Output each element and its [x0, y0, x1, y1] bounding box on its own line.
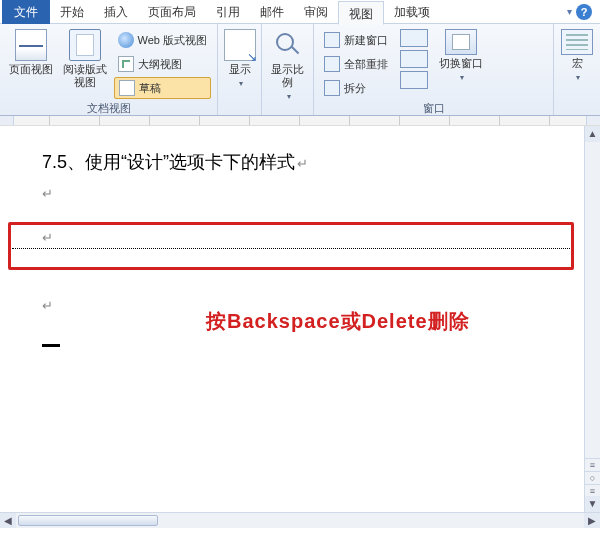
- tab-view[interactable]: 视图: [338, 1, 384, 25]
- annotation-highlight-box: [8, 222, 574, 270]
- scroll-right-icon[interactable]: ▶: [584, 513, 600, 528]
- browse-object-controls: ≡ ○ ≡: [585, 458, 600, 496]
- read-view-button[interactable]: 阅读版式视图: [60, 27, 110, 89]
- scroll-left-icon[interactable]: ◀: [0, 513, 16, 528]
- arrange-all-icon: [324, 56, 340, 72]
- draft-view-label: 草稿: [139, 81, 161, 96]
- tab-home[interactable]: 开始: [50, 0, 94, 24]
- switch-window-button[interactable]: 切换窗口▾: [436, 27, 486, 84]
- tab-file[interactable]: 文件: [2, 0, 50, 24]
- document-area: 7.5、使用“设计”选项卡下的样式↵ ↵ ↵ ↵ 按Backspace或Dele…: [0, 126, 600, 512]
- document-canvas[interactable]: 7.5、使用“设计”选项卡下的样式↵ ↵ ↵ ↵ 按Backspace或Dele…: [0, 126, 584, 512]
- web-view-button[interactable]: Web 版式视图: [114, 29, 211, 51]
- arrange-all-label: 全部重排: [344, 57, 388, 72]
- split-icon: [324, 80, 340, 96]
- prev-page-icon[interactable]: ≡: [585, 458, 600, 471]
- tab-mailings[interactable]: 邮件: [250, 0, 294, 24]
- menu-tabs: 文件 开始 插入 页面布局 引用 邮件 审阅 视图 加载项 ▾ ?: [0, 0, 600, 24]
- switch-window-label: 切换窗口: [439, 57, 483, 69]
- group-window-label: 窗口: [320, 99, 547, 117]
- show-icon: [224, 29, 256, 61]
- group-document-views: 页面视图 阅读版式视图 Web 版式视图 大纲视图 草稿: [0, 24, 218, 115]
- tab-review[interactable]: 审阅: [294, 0, 338, 24]
- paragraph-mark-icon: ↵: [42, 186, 53, 202]
- help-area: ▾ ?: [567, 4, 600, 20]
- group-zoom: 显示比例▾: [262, 24, 314, 115]
- arrange-all-button[interactable]: 全部重排: [320, 53, 392, 75]
- window-mini-icon-3[interactable]: [400, 71, 428, 89]
- window-mini-icon-2[interactable]: [400, 50, 428, 68]
- page-view-button[interactable]: 页面视图: [6, 27, 56, 76]
- chevron-down-icon: ▾: [239, 79, 243, 88]
- select-browse-object-icon[interactable]: ○: [585, 471, 600, 484]
- document-heading[interactable]: 7.5、使用“设计”选项卡下的样式↵: [0, 126, 584, 174]
- vscroll-track[interactable]: [585, 142, 600, 458]
- hscroll-thumb[interactable]: [18, 515, 158, 526]
- macro-label: 宏: [572, 57, 583, 69]
- split-button[interactable]: 拆分: [320, 77, 392, 99]
- chevron-down-icon: ▾: [576, 73, 580, 82]
- group-window: 新建窗口 全部重排 拆分 切换窗口▾ 窗口: [314, 24, 554, 115]
- help-icon[interactable]: ?: [576, 4, 592, 20]
- outline-view-icon: [118, 56, 134, 72]
- horizontal-scrollbar[interactable]: ◀ ▶: [0, 512, 600, 528]
- group-show: 显示▾ 显示: [218, 24, 262, 115]
- text-cursor: [42, 344, 60, 347]
- tab-insert[interactable]: 插入: [94, 0, 138, 24]
- macro-button[interactable]: 宏▾: [560, 27, 594, 84]
- switch-window-icon: [445, 29, 477, 55]
- group-document-views-label: 文档视图: [6, 99, 211, 117]
- page-view-icon: [15, 29, 47, 61]
- web-view-label: Web 版式视图: [138, 33, 207, 48]
- outline-view-label: 大纲视图: [138, 57, 182, 72]
- zoom-icon: [272, 29, 304, 61]
- chevron-down-icon: ▾: [460, 73, 464, 82]
- tab-references[interactable]: 引用: [206, 0, 250, 24]
- vertical-scrollbar[interactable]: ▲ ≡ ○ ≡ ▼: [584, 126, 600, 512]
- tab-page-layout[interactable]: 页面布局: [138, 0, 206, 24]
- web-view-icon: [118, 32, 134, 48]
- scroll-up-icon[interactable]: ▲: [585, 126, 600, 142]
- new-window-label: 新建窗口: [344, 33, 388, 48]
- hscroll-track[interactable]: [16, 513, 584, 528]
- show-label: 显示: [229, 63, 251, 75]
- annotation-text: 按Backspace或Delete删除: [206, 308, 470, 335]
- outline-view-button[interactable]: 大纲视图: [114, 53, 211, 75]
- ruler-cap-right: [586, 116, 600, 125]
- paragraph-mark-icon: ↵: [297, 156, 308, 171]
- window-mini-icon-1[interactable]: [400, 29, 428, 47]
- read-view-icon: [69, 29, 101, 61]
- new-window-button[interactable]: 新建窗口: [320, 29, 392, 51]
- scroll-down-icon[interactable]: ▼: [585, 496, 600, 512]
- zoom-label: 显示比例: [271, 63, 304, 88]
- macro-icon: [561, 29, 593, 55]
- new-window-icon: [324, 32, 340, 48]
- paragraph-mark-icon: ↵: [42, 298, 53, 314]
- minimize-ribbon-icon[interactable]: ▾: [567, 6, 572, 17]
- zoom-button[interactable]: 显示比例▾: [268, 27, 307, 103]
- horizontal-ruler[interactable]: [0, 116, 600, 126]
- split-label: 拆分: [344, 81, 366, 96]
- chevron-down-icon: ▾: [287, 92, 291, 101]
- ribbon: 页面视图 阅读版式视图 Web 版式视图 大纲视图 草稿: [0, 24, 600, 116]
- page-view-label: 页面视图: [9, 63, 53, 76]
- show-button[interactable]: 显示▾: [224, 27, 256, 90]
- group-macro: 宏▾: [554, 24, 600, 115]
- ruler-cap-left: [0, 116, 14, 125]
- group-macro-label: [560, 99, 594, 114]
- draft-view-button[interactable]: 草稿: [114, 77, 211, 99]
- draft-view-icon: [119, 80, 135, 96]
- read-view-label: 阅读版式视图: [60, 63, 110, 89]
- tab-addins[interactable]: 加载项: [384, 0, 440, 24]
